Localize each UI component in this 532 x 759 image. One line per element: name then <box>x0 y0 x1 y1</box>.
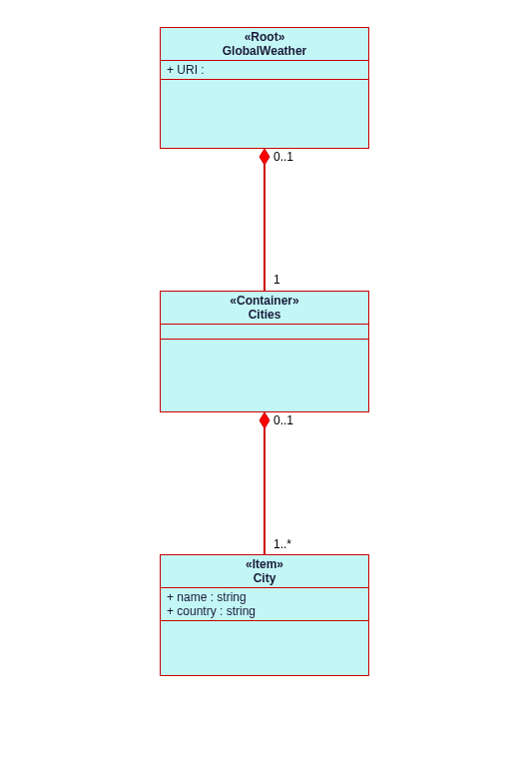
class-name: GlobalWeather <box>165 44 364 58</box>
class-header: «Container» Cities <box>161 292 368 325</box>
multiplicity-label: 1..* <box>273 537 291 551</box>
attribute-row: + name : string <box>167 590 362 604</box>
stereotype-label: «Root» <box>165 30 364 44</box>
attribute-row: + URI : <box>167 63 362 77</box>
class-attributes <box>161 325 368 340</box>
class-attributes: + URI : <box>161 61 368 80</box>
class-name: Cities <box>165 308 364 322</box>
class-city: «Item» City + name : string + country : … <box>160 554 369 676</box>
class-attributes: + name : string + country : string <box>161 588 368 621</box>
class-header: «Root» GlobalWeather <box>161 28 368 61</box>
class-cities: «Container» Cities <box>160 291 369 412</box>
class-header: «Item» City <box>161 555 368 588</box>
stereotype-label: «Container» <box>165 294 364 308</box>
composition-diamond-icon <box>260 412 269 428</box>
stereotype-label: «Item» <box>165 557 364 571</box>
multiplicity-label: 0..1 <box>273 413 293 427</box>
class-name: City <box>165 571 364 585</box>
attribute-row: + country : string <box>167 604 362 618</box>
composition-diamond-icon <box>260 149 269 165</box>
class-globalweather: «Root» GlobalWeather + URI : <box>160 27 369 149</box>
multiplicity-label: 1 <box>273 273 280 287</box>
multiplicity-label: 0..1 <box>273 150 293 164</box>
